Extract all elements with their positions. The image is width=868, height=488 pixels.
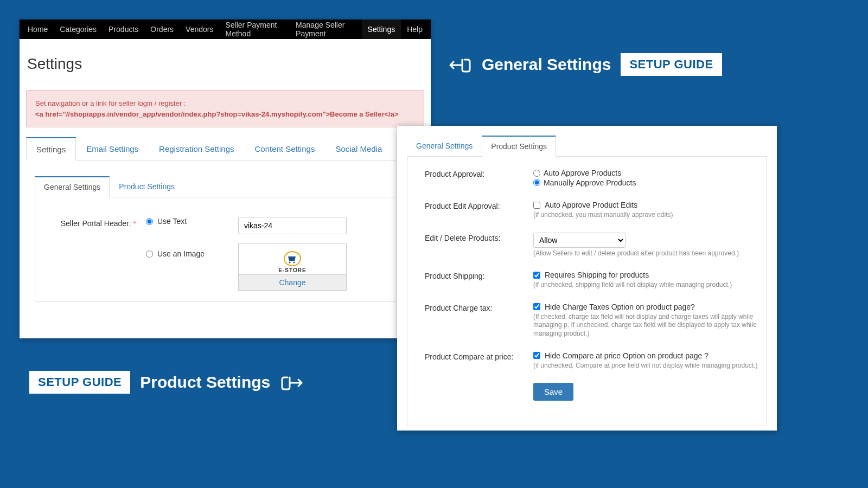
label-edit-delete: Edit / Delete Products: xyxy=(425,233,533,242)
callout-product-title: Product Settings xyxy=(140,373,270,391)
tab-general-settings-right[interactable]: General Settings xyxy=(407,136,482,157)
helper-compare-price: (if unchecked, Compare at price field wi… xyxy=(533,362,763,370)
change-image-button[interactable]: Change xyxy=(239,274,346,290)
radio-manual-approve-input[interactable] xyxy=(533,179,540,186)
left-form-area: Seller Portal Header: * Use Text Use an … xyxy=(35,197,416,302)
check-auto-approve-edits-label: Auto Approve Product Edits xyxy=(545,201,637,209)
inner-tabs-right: General Settings Product Settings xyxy=(407,136,767,157)
tab-social-media[interactable]: Social Media xyxy=(325,137,392,161)
helper-charge-tax: (If checked, charge tax field will not d… xyxy=(533,313,763,338)
nav-products[interactable]: Products xyxy=(103,20,144,39)
callout-general-title: General Settings xyxy=(482,55,611,74)
hand-point-right-icon xyxy=(280,370,305,395)
label-seller-portal-header: Seller Portal Header: * xyxy=(50,217,146,228)
select-edit-delete[interactable]: Allow xyxy=(533,233,626,248)
nav-seller-payment-method[interactable]: Seller Payment Method xyxy=(219,20,290,39)
radio-use-text[interactable]: Use Text xyxy=(146,217,238,226)
check-hide-charge-tax-input[interactable] xyxy=(533,303,540,310)
nav-orders[interactable]: Orders xyxy=(144,20,180,39)
nav-home[interactable]: Home xyxy=(22,20,54,39)
radio-use-text-input[interactable] xyxy=(146,218,153,225)
tab-settings[interactable]: Settings xyxy=(26,137,76,161)
radio-auto-approve[interactable]: Auto Approve Products xyxy=(533,169,621,177)
nav-help[interactable]: Help xyxy=(401,20,429,39)
check-requires-shipping-label: Requires Shipping for products xyxy=(545,271,649,279)
top-nav: Home Categories Products Orders Vendors … xyxy=(20,20,431,39)
check-auto-approve-edits[interactable]: Auto Approve Product Edits xyxy=(533,201,763,209)
label-product-approval: Product Approval: xyxy=(425,169,533,178)
save-button[interactable]: Save xyxy=(533,383,573,401)
label-shipping: Product Shipping: xyxy=(425,271,533,280)
callout-product-settings: SETUP GUIDE Product Settings xyxy=(29,370,305,395)
check-hide-compare-price[interactable]: Hide Compare at price Option on product … xyxy=(533,351,763,360)
hand-point-left-icon xyxy=(447,52,472,77)
page-title: Settings xyxy=(20,39,431,80)
check-hide-compare-price-input[interactable] xyxy=(533,352,540,359)
tab-content-settings[interactable]: Content Settings xyxy=(244,137,325,161)
main-tabs: Settings Email Settings Registration Set… xyxy=(26,137,424,161)
tab-product-settings[interactable]: Product Settings xyxy=(110,176,184,197)
right-form-area: Product Approval: Auto Approve Products … xyxy=(407,157,767,426)
radio-auto-approve-input[interactable] xyxy=(533,170,540,177)
alert-box: Set navigation or a link for seller logi… xyxy=(26,90,424,127)
alert-line2: <a href="//shopiapps.in/vendor_app/vendo… xyxy=(35,110,399,118)
nav-vendors[interactable]: Vendors xyxy=(180,20,219,39)
radio-manual-approve-label: Manually Approve Products xyxy=(544,178,636,187)
product-settings-panel: General Settings Product Settings Produc… xyxy=(397,126,777,431)
radio-use-image-input[interactable] xyxy=(146,251,153,258)
check-hide-charge-tax[interactable]: Hide Charge Taxes Option on product page… xyxy=(533,303,763,311)
label-compare-price: Product Compare at price: xyxy=(425,351,533,361)
tab-registration-settings[interactable]: Registration Settings xyxy=(149,137,244,161)
helper-shipping: (if unchecked, shipping field will not d… xyxy=(533,281,763,290)
label-product-edit-approval: Product Edit Approval: xyxy=(425,201,533,210)
check-auto-approve-edits-input[interactable] xyxy=(533,202,540,209)
radio-use-image[interactable]: Use an Image xyxy=(146,249,238,258)
image-preview: E-STORE Change xyxy=(238,243,347,291)
nav-categories[interactable]: Categories xyxy=(54,20,103,39)
radio-auto-approve-label: Auto Approve Products xyxy=(544,169,621,177)
seller-header-text-input[interactable] xyxy=(238,217,347,234)
tab-email-settings[interactable]: Email Settings xyxy=(76,137,149,161)
radio-use-image-label: Use an Image xyxy=(157,249,205,258)
radio-manual-approve[interactable]: Manually Approve Products xyxy=(533,178,636,187)
helper-edit-approval: (if unchecked, you must manually approve… xyxy=(533,211,763,220)
check-hide-compare-price-label: Hide Compare at price Option on product … xyxy=(545,351,709,360)
svg-point-2 xyxy=(293,262,295,264)
inner-tabs-left: General Settings Product Settings xyxy=(35,176,416,197)
estore-logo-icon xyxy=(283,251,302,266)
callout-product-badge: SETUP GUIDE xyxy=(29,371,130,394)
radio-use-text-label: Use Text xyxy=(157,217,187,226)
nav-manage-seller-payment[interactable]: Manage Seller Payment xyxy=(290,20,362,39)
nav-settings[interactable]: Settings xyxy=(362,20,401,39)
label-charge-tax: Product Charge tax: xyxy=(425,303,533,312)
tab-general-settings[interactable]: General Settings xyxy=(35,176,110,197)
check-hide-charge-tax-label: Hide Charge Taxes Option on product page… xyxy=(545,303,695,311)
helper-edit-delete: (Allow Sellers to edit / delete product … xyxy=(533,249,763,258)
alert-line1: Set navigation or a link for seller logi… xyxy=(35,98,415,109)
logo-text: E-STORE xyxy=(239,267,346,273)
svg-point-1 xyxy=(289,262,291,264)
tab-product-settings-right[interactable]: Product Settings xyxy=(482,136,556,157)
general-settings-panel: Home Categories Products Orders Vendors … xyxy=(20,20,431,338)
callout-general-settings: General Settings SETUP GUIDE xyxy=(447,52,722,77)
check-requires-shipping[interactable]: Requires Shipping for products xyxy=(533,271,763,279)
check-requires-shipping-input[interactable] xyxy=(533,272,540,279)
callout-general-badge: SETUP GUIDE xyxy=(621,53,722,76)
